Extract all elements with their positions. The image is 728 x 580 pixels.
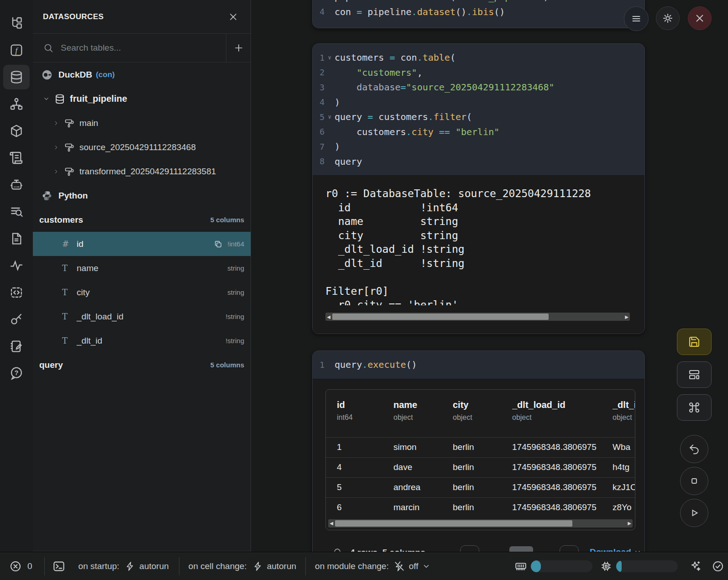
on-cell-change-value[interactable]: autorun <box>267 561 296 571</box>
help-icon[interactable]: ? <box>3 361 30 386</box>
tree-item-fruit_pipeline[interactable]: fruit_pipeline <box>33 87 251 111</box>
code-cell-3[interactable]: 1 query.execute() idint64nameobjectcityo… <box>312 350 645 566</box>
on-module-change-value[interactable]: off <box>409 561 419 571</box>
code-line[interactable]: 1 query.execute() <box>313 357 644 372</box>
column-row-_dlt_id[interactable]: T _dlt_id !string <box>33 329 251 353</box>
code-line[interactable]: 6 customers.city == "berlin" <box>313 125 644 140</box>
line-number: 6 <box>313 127 325 136</box>
code-line[interactable]: 1 ∨ customers = con.table( <box>313 50 644 65</box>
ai-sparkles-icon[interactable] <box>689 560 702 573</box>
column-row-_dlt_load_id[interactable]: T _dlt_load_id !string <box>33 304 251 329</box>
terminal-icon[interactable] <box>52 559 66 573</box>
undo-icon <box>688 443 701 455</box>
scratchpad-code-icon[interactable] <box>3 280 30 305</box>
schema-label: main <box>79 118 98 128</box>
save-button[interactable] <box>677 329 712 355</box>
dependency-graph-icon[interactable] <box>3 92 30 116</box>
errors-icon[interactable] <box>9 560 22 573</box>
table-section-query[interactable]: query 5 columns <box>33 353 251 377</box>
on-startup-value[interactable]: autorun <box>139 561 168 571</box>
column-name: _dlt_id <box>77 336 102 346</box>
code-line[interactable]: 3 database="source_202504291112283468" <box>313 80 644 95</box>
find-icon[interactable] <box>3 199 30 224</box>
result-column-header[interactable]: idint64 <box>337 400 393 422</box>
logs-icon[interactable] <box>3 146 30 170</box>
code-line[interactable]: pipeline = dlt.attach("fruit_pipeline") <box>313 0 644 5</box>
shutdown-button[interactable] <box>688 6 712 30</box>
scroll-right-arrow[interactable]: ▶ <box>626 519 633 528</box>
packages-icon[interactable] <box>3 119 30 143</box>
cell-menu-button[interactable] <box>624 6 649 31</box>
code-line[interactable]: 2 "customers", <box>313 65 644 80</box>
tracing-icon[interactable] <box>3 253 30 278</box>
cell-value: Wba <box>613 442 635 452</box>
on-cell-change-label[interactable]: on cell change: <box>189 561 247 571</box>
command-palette-button[interactable] <box>677 394 712 421</box>
notebook-icon[interactable] <box>3 334 30 359</box>
table-name: query <box>39 360 63 370</box>
code-line[interactable]: 7 ) <box>313 139 644 154</box>
ai-chat-icon[interactable] <box>3 172 30 197</box>
tree-item-transformed_202504291112283581[interactable]: transformed_202504291112283581 <box>33 159 251 183</box>
result-column-header[interactable]: _dlt_load_idobject <box>512 400 613 422</box>
scroll-left-arrow[interactable]: ◀ <box>328 519 335 528</box>
horizontal-scrollbar[interactable]: ◀ ▶ <box>325 313 630 321</box>
result-column-header[interactable]: _dlt_idobject <box>613 400 635 422</box>
snippets-icon[interactable] <box>3 226 30 251</box>
code-line[interactable]: 4 ) <box>313 95 644 110</box>
column-row-id[interactable]: # id !int64 <box>33 232 251 256</box>
code-line[interactable]: 4 con = pipeline.dataset().ibis() <box>313 5 644 20</box>
on-module-change-label[interactable]: on module change: <box>315 561 389 571</box>
search-input[interactable] <box>60 42 226 53</box>
code-text: con = pipeline.dataset().ibis() <box>335 6 505 17</box>
layout-toggle-button[interactable] <box>677 361 712 388</box>
tree-item-main[interactable]: main <box>33 111 251 135</box>
code-text: pipeline = dlt.attach("fruit_pipeline") <box>335 0 549 2</box>
copy-icon[interactable] <box>214 240 223 249</box>
on-startup-label[interactable]: on startup: <box>79 561 120 571</box>
result-table-row[interactable]: 5andreaberlin1745968348.3806975kzJ1C <box>326 477 635 497</box>
result-column-header[interactable]: cityobject <box>453 400 512 422</box>
code-line[interactable]: 5 ∨ query = customers.filter( <box>313 110 644 125</box>
engine-duckdb[interactable]: DuckDB(con) <box>33 63 251 87</box>
scrollbar-thumb[interactable] <box>335 520 572 527</box>
stop-button[interactable] <box>680 467 708 495</box>
file-tree-icon[interactable] <box>3 11 30 36</box>
text-type-icon: T <box>62 312 74 321</box>
fold-chevron[interactable]: ∨ <box>325 114 335 120</box>
function-icon[interactable]: f <box>3 38 30 63</box>
datasources-icon[interactable] <box>3 65 30 89</box>
code-cell-2[interactable]: 1 ∨ customers = con.table(2 "customers",… <box>312 43 645 334</box>
table-section-customers[interactable]: customers 5 columns <box>33 208 251 232</box>
column-row-city[interactable]: T city string <box>33 280 251 304</box>
stop-icon <box>688 475 701 487</box>
result-column-header[interactable]: nameobject <box>393 400 453 422</box>
line-number: 4 <box>313 97 325 107</box>
scrollbar-thumb[interactable] <box>332 314 549 320</box>
column-row-name[interactable]: T name string <box>33 256 251 280</box>
fold-chevron[interactable]: ∨ <box>325 54 335 61</box>
engine-python[interactable]: Python <box>33 183 251 208</box>
secrets-icon[interactable] <box>3 307 30 332</box>
chevron-down-icon[interactable] <box>422 562 430 570</box>
settings-button[interactable] <box>656 6 680 30</box>
cell-value: berlin <box>453 462 512 472</box>
tree-item-source_202504291112283468[interactable]: source_202504291112283468 <box>33 135 251 159</box>
close-panel-button[interactable] <box>226 10 241 24</box>
add-datasource-button[interactable] <box>226 34 251 62</box>
scroll-right-arrow[interactable]: ▶ <box>623 313 630 321</box>
code-cell-1[interactable]: pipeline = dlt.attach("fruit_pipeline")4… <box>312 0 645 28</box>
result-table-row[interactable]: 4daveberlin1745968348.3806975h4tg <box>326 457 635 477</box>
code-line[interactable]: 8 query <box>313 154 644 169</box>
connected-check-icon[interactable] <box>712 560 724 573</box>
python-icon <box>41 190 53 202</box>
undo-button[interactable] <box>680 435 708 463</box>
schema-icon <box>64 166 75 177</box>
table-horizontal-scrollbar[interactable]: ◀ ▶ <box>328 519 633 528</box>
scroll-left-arrow[interactable]: ◀ <box>325 313 332 321</box>
column-count: 5 columns <box>210 216 244 224</box>
result-table-row[interactable]: 6marcinberlin1745968348.3806975z8Yo <box>326 497 635 517</box>
run-button[interactable] <box>680 499 708 527</box>
result-table-row[interactable]: 1simonberlin1745968348.3806975Wba <box>326 437 635 457</box>
ibis-expression-output: r0 := DatabaseTable: source_202504291112… <box>313 176 644 305</box>
